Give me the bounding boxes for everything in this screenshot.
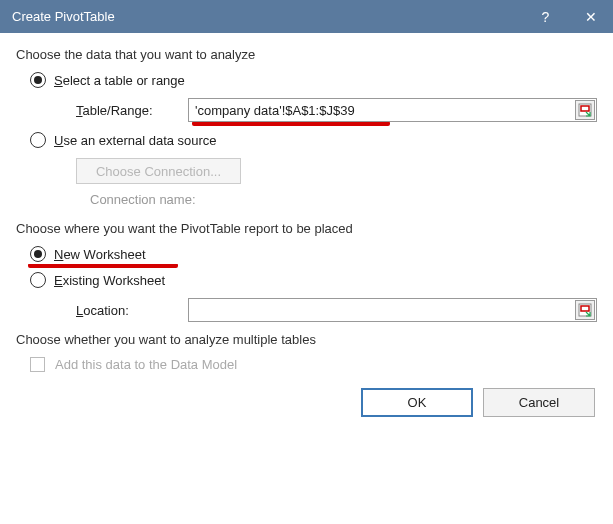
collapse-dialog-icon[interactable] bbox=[575, 300, 595, 320]
svg-rect-1 bbox=[581, 106, 589, 111]
radio-icon bbox=[30, 72, 46, 88]
option-new-worksheet[interactable]: New Worksheet bbox=[30, 246, 597, 262]
option-label: New Worksheet bbox=[54, 247, 146, 262]
radio-icon bbox=[30, 272, 46, 288]
dialog-content: Choose the data that you want to analyze… bbox=[0, 33, 613, 429]
option-label: Existing Worksheet bbox=[54, 273, 165, 288]
section2-heading: Choose where you want the PivotTable rep… bbox=[16, 221, 597, 236]
window-title: Create PivotTable bbox=[12, 9, 523, 24]
ok-button[interactable]: OK bbox=[361, 388, 473, 417]
section3-heading: Choose whether you want to analyze multi… bbox=[16, 332, 597, 347]
table-range-row: Table/Range: bbox=[76, 98, 597, 122]
checkbox-icon bbox=[30, 357, 45, 372]
radio-icon bbox=[30, 246, 46, 262]
location-row: Location: bbox=[76, 298, 597, 322]
location-input[interactable] bbox=[188, 298, 597, 322]
location-label: Location: bbox=[76, 303, 188, 318]
table-range-input[interactable] bbox=[188, 98, 597, 122]
connection-name-label: Connection name: bbox=[90, 192, 597, 207]
table-range-label: Table/Range: bbox=[76, 103, 188, 118]
cancel-button[interactable]: Cancel bbox=[483, 388, 595, 417]
svg-rect-3 bbox=[581, 306, 589, 311]
collapse-dialog-icon[interactable] bbox=[575, 100, 595, 120]
choose-connection-button: Choose Connection... bbox=[76, 158, 241, 184]
annotation-underline bbox=[28, 263, 178, 268]
option-existing-worksheet[interactable]: Existing Worksheet bbox=[30, 272, 597, 288]
titlebar[interactable]: Create PivotTable ? ✕ bbox=[0, 0, 613, 33]
section1-heading: Choose the data that you want to analyze bbox=[16, 47, 597, 62]
add-to-data-model-checkbox[interactable]: Add this data to the Data Model bbox=[30, 357, 597, 372]
checkbox-label: Add this data to the Data Model bbox=[55, 357, 237, 372]
option-label: Use an external data source bbox=[54, 133, 217, 148]
option-label: Select a table or range bbox=[54, 73, 185, 88]
dialog-buttons: OK Cancel bbox=[16, 388, 597, 417]
radio-icon bbox=[30, 132, 46, 148]
close-icon[interactable]: ✕ bbox=[568, 0, 613, 33]
option-external-data-source[interactable]: Use an external data source bbox=[30, 132, 597, 148]
help-icon[interactable]: ? bbox=[523, 0, 568, 33]
option-select-table-range[interactable]: Select a table or range bbox=[30, 72, 597, 88]
